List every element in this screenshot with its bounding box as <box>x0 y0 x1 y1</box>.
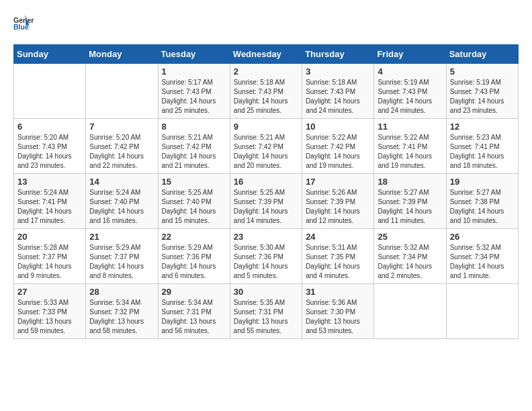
calendar-week-row: 13Sunrise: 5:24 AMSunset: 7:41 PMDayligh… <box>14 174 519 229</box>
day-info: Sunrise: 5:29 AMSunset: 7:36 PMDaylight:… <box>162 243 226 281</box>
day-info: Sunrise: 5:19 AMSunset: 7:43 PMDaylight:… <box>378 78 442 116</box>
calendar-cell: 8Sunrise: 5:21 AMSunset: 7:42 PMDaylight… <box>158 119 230 174</box>
page-header: General Blue <box>13 13 519 34</box>
day-info: Sunrise: 5:32 AMSunset: 7:34 PMDaylight:… <box>450 243 515 281</box>
day-number: 7 <box>89 122 154 132</box>
day-number: 31 <box>306 287 370 297</box>
day-of-week-header: Saturday <box>446 45 518 64</box>
calendar-cell: 12Sunrise: 5:23 AMSunset: 7:41 PMDayligh… <box>446 119 518 174</box>
day-info: Sunrise: 5:28 AMSunset: 7:37 PMDaylight:… <box>17 243 82 281</box>
calendar-cell: 7Sunrise: 5:20 AMSunset: 7:42 PMDaylight… <box>86 119 158 174</box>
day-number: 8 <box>162 122 226 132</box>
calendar-cell: 29Sunrise: 5:34 AMSunset: 7:31 PMDayligh… <box>158 284 230 339</box>
day-info: Sunrise: 5:27 AMSunset: 7:38 PMDaylight:… <box>450 188 515 226</box>
day-number: 9 <box>234 122 298 132</box>
day-info: Sunrise: 5:24 AMSunset: 7:40 PMDaylight:… <box>89 188 154 226</box>
day-of-week-header: Tuesday <box>158 45 230 64</box>
calendar-week-row: 20Sunrise: 5:28 AMSunset: 7:37 PMDayligh… <box>14 229 519 284</box>
day-info: Sunrise: 5:32 AMSunset: 7:34 PMDaylight:… <box>378 243 442 281</box>
day-number: 27 <box>17 287 82 297</box>
calendar-cell: 14Sunrise: 5:24 AMSunset: 7:40 PMDayligh… <box>86 174 158 229</box>
calendar-cell: 13Sunrise: 5:24 AMSunset: 7:41 PMDayligh… <box>14 174 86 229</box>
day-number: 23 <box>234 232 298 242</box>
calendar-table: SundayMondayTuesdayWednesdayThursdayFrid… <box>13 44 519 339</box>
calendar-cell: 2Sunrise: 5:18 AMSunset: 7:43 PMDaylight… <box>230 64 302 119</box>
calendar-cell: 16Sunrise: 5:25 AMSunset: 7:39 PMDayligh… <box>230 174 302 229</box>
day-number: 26 <box>450 232 515 242</box>
calendar-cell: 10Sunrise: 5:22 AMSunset: 7:42 PMDayligh… <box>302 119 374 174</box>
calendar-cell <box>86 64 158 119</box>
calendar-cell: 31Sunrise: 5:36 AMSunset: 7:30 PMDayligh… <box>302 284 374 339</box>
calendar-cell: 22Sunrise: 5:29 AMSunset: 7:36 PMDayligh… <box>158 229 230 284</box>
day-number: 6 <box>17 122 82 132</box>
calendar-cell: 5Sunrise: 5:19 AMSunset: 7:43 PMDaylight… <box>446 64 518 119</box>
day-info: Sunrise: 5:23 AMSunset: 7:41 PMDaylight:… <box>450 133 515 171</box>
calendar-week-row: 1Sunrise: 5:17 AMSunset: 7:43 PMDaylight… <box>14 64 519 119</box>
calendar-cell: 30Sunrise: 5:35 AMSunset: 7:31 PMDayligh… <box>230 284 302 339</box>
day-number: 4 <box>378 66 442 77</box>
day-number: 11 <box>378 122 442 132</box>
calendar-cell: 24Sunrise: 5:31 AMSunset: 7:35 PMDayligh… <box>302 229 374 284</box>
day-number: 14 <box>89 177 154 187</box>
day-of-week-header: Wednesday <box>230 45 302 64</box>
day-info: Sunrise: 5:26 AMSunset: 7:39 PMDaylight:… <box>306 188 370 226</box>
day-number: 1 <box>162 66 226 77</box>
day-of-week-header: Sunday <box>14 45 86 64</box>
day-info: Sunrise: 5:17 AMSunset: 7:43 PMDaylight:… <box>162 78 226 116</box>
header-row: SundayMondayTuesdayWednesdayThursdayFrid… <box>14 45 519 64</box>
day-info: Sunrise: 5:20 AMSunset: 7:43 PMDaylight:… <box>17 133 82 171</box>
calendar-week-row: 27Sunrise: 5:33 AMSunset: 7:33 PMDayligh… <box>14 284 519 339</box>
day-info: Sunrise: 5:24 AMSunset: 7:41 PMDaylight:… <box>17 188 82 226</box>
day-info: Sunrise: 5:20 AMSunset: 7:42 PMDaylight:… <box>89 133 154 171</box>
day-of-week-header: Friday <box>374 45 446 64</box>
day-info: Sunrise: 5:21 AMSunset: 7:42 PMDaylight:… <box>234 133 298 171</box>
calendar-cell: 17Sunrise: 5:26 AMSunset: 7:39 PMDayligh… <box>302 174 374 229</box>
day-info: Sunrise: 5:19 AMSunset: 7:43 PMDaylight:… <box>450 78 515 116</box>
calendar-cell: 6Sunrise: 5:20 AMSunset: 7:43 PMDaylight… <box>14 119 86 174</box>
day-number: 28 <box>89 287 154 297</box>
day-number: 17 <box>306 177 370 187</box>
calendar-cell: 1Sunrise: 5:17 AMSunset: 7:43 PMDaylight… <box>158 64 230 119</box>
day-info: Sunrise: 5:31 AMSunset: 7:35 PMDaylight:… <box>306 243 370 281</box>
day-number: 18 <box>378 177 442 187</box>
day-number: 25 <box>378 232 442 242</box>
day-info: Sunrise: 5:22 AMSunset: 7:41 PMDaylight:… <box>378 133 442 171</box>
day-number: 24 <box>306 232 370 242</box>
calendar-week-row: 6Sunrise: 5:20 AMSunset: 7:43 PMDaylight… <box>14 119 519 174</box>
day-number: 29 <box>162 287 226 297</box>
calendar-cell <box>446 284 518 339</box>
calendar-cell <box>374 284 446 339</box>
day-info: Sunrise: 5:29 AMSunset: 7:37 PMDaylight:… <box>89 243 154 281</box>
day-info: Sunrise: 5:18 AMSunset: 7:43 PMDaylight:… <box>234 78 298 116</box>
day-number: 13 <box>17 177 82 187</box>
day-number: 16 <box>234 177 298 187</box>
calendar-cell: 23Sunrise: 5:30 AMSunset: 7:36 PMDayligh… <box>230 229 302 284</box>
calendar-cell: 4Sunrise: 5:19 AMSunset: 7:43 PMDaylight… <box>374 64 446 119</box>
calendar-cell <box>14 64 86 119</box>
calendar-cell: 19Sunrise: 5:27 AMSunset: 7:38 PMDayligh… <box>446 174 518 229</box>
day-number: 30 <box>234 287 298 297</box>
day-info: Sunrise: 5:35 AMSunset: 7:31 PMDaylight:… <box>234 298 298 336</box>
day-info: Sunrise: 5:34 AMSunset: 7:32 PMDaylight:… <box>89 298 154 336</box>
day-info: Sunrise: 5:18 AMSunset: 7:43 PMDaylight:… <box>306 78 370 116</box>
logo: General Blue <box>13 13 36 34</box>
day-number: 5 <box>450 66 515 77</box>
day-info: Sunrise: 5:22 AMSunset: 7:42 PMDaylight:… <box>306 133 370 171</box>
day-number: 12 <box>450 122 515 132</box>
day-info: Sunrise: 5:33 AMSunset: 7:33 PMDaylight:… <box>17 298 82 336</box>
day-info: Sunrise: 5:36 AMSunset: 7:30 PMDaylight:… <box>306 298 370 336</box>
calendar-cell: 3Sunrise: 5:18 AMSunset: 7:43 PMDaylight… <box>302 64 374 119</box>
day-info: Sunrise: 5:25 AMSunset: 7:40 PMDaylight:… <box>162 188 226 226</box>
calendar-cell: 28Sunrise: 5:34 AMSunset: 7:32 PMDayligh… <box>86 284 158 339</box>
logo-icon: General Blue <box>13 13 34 34</box>
calendar-cell: 11Sunrise: 5:22 AMSunset: 7:41 PMDayligh… <box>374 119 446 174</box>
day-number: 10 <box>306 122 370 132</box>
day-of-week-header: Thursday <box>302 45 374 64</box>
calendar-cell: 9Sunrise: 5:21 AMSunset: 7:42 PMDaylight… <box>230 119 302 174</box>
day-number: 22 <box>162 232 226 242</box>
day-info: Sunrise: 5:34 AMSunset: 7:31 PMDaylight:… <box>162 298 226 336</box>
calendar-cell: 27Sunrise: 5:33 AMSunset: 7:33 PMDayligh… <box>14 284 86 339</box>
day-info: Sunrise: 5:30 AMSunset: 7:36 PMDaylight:… <box>234 243 298 281</box>
calendar-cell: 21Sunrise: 5:29 AMSunset: 7:37 PMDayligh… <box>86 229 158 284</box>
day-number: 21 <box>89 232 154 242</box>
